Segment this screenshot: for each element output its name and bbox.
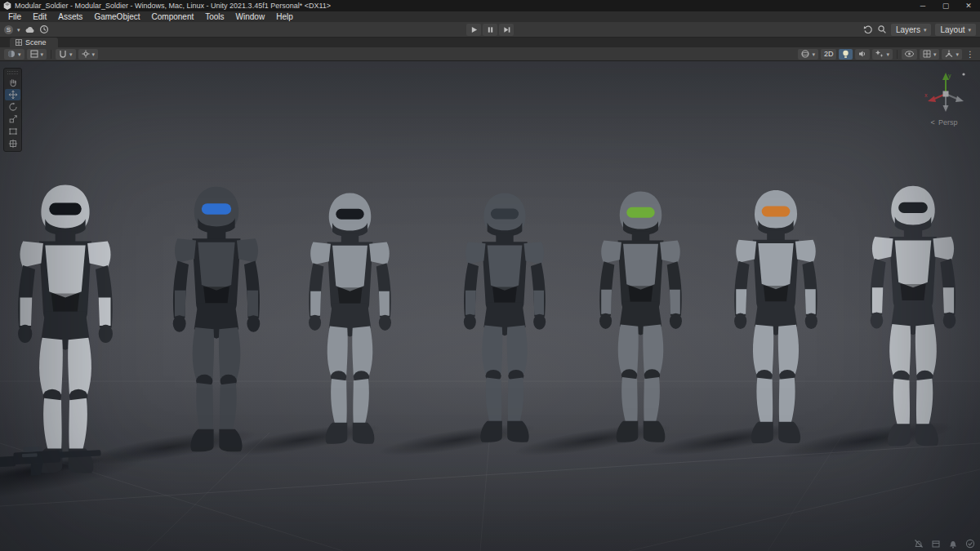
- rendering-debug-dropdown[interactable]: ▾: [798, 49, 818, 60]
- grid-snap-icon: [59, 50, 67, 58]
- pause-button[interactable]: [483, 24, 497, 36]
- menu-tools[interactable]: Tools: [199, 11, 229, 22]
- menu-component[interactable]: Component: [146, 11, 200, 22]
- tool-settings-dropdown[interactable]: ▾: [78, 49, 99, 60]
- rotate-tool-button[interactable]: [5, 101, 20, 113]
- main-toolbar: S ▾: [0, 22, 980, 38]
- mode-2d-label: 2D: [824, 50, 834, 58]
- rect-tool-button[interactable]: [5, 126, 20, 137]
- transform-tool-button[interactable]: [5, 138, 20, 149]
- caret-icon: ▾: [18, 51, 21, 57]
- scene-tab-label: Scene: [25, 38, 47, 47]
- persp-text: Persp: [938, 118, 958, 127]
- render-sphere-icon: [801, 50, 809, 58]
- lightbulb-icon: [842, 50, 849, 59]
- unity-logo-icon: [3, 2, 11, 10]
- rifle-prop[interactable]: [0, 436, 108, 481]
- scene-tab-bar: Scene: [0, 38, 980, 47]
- menu-file[interactable]: File: [2, 11, 27, 22]
- toolbar-left: S ▾: [4, 24, 49, 34]
- soldier-6[interactable]: [723, 184, 829, 451]
- layers-label: Layers: [896, 25, 920, 34]
- layers-caret-icon: ▾: [924, 27, 927, 33]
- step-button[interactable]: [499, 24, 514, 36]
- separator: [897, 50, 898, 59]
- layout-caret-icon: ▾: [968, 27, 971, 33]
- palette-grip[interactable]: [7, 71, 18, 74]
- shading-mode-dropdown[interactable]: ▾: [4, 49, 24, 60]
- orientation-gizmo[interactable]: x y: [923, 69, 969, 117]
- scale-tool-button[interactable]: [5, 113, 20, 125]
- menu-help[interactable]: Help: [270, 11, 299, 22]
- close-button[interactable]: ✕: [957, 0, 980, 11]
- package-icon[interactable]: [931, 539, 941, 549]
- menu-assets[interactable]: Assets: [52, 11, 88, 22]
- account-button[interactable]: S: [4, 25, 13, 34]
- move-tool-button[interactable]: [5, 89, 20, 100]
- menu-bar: File Edit Assets GameObject Component To…: [0, 11, 980, 22]
- soldier-4[interactable]: [452, 188, 557, 449]
- gizmos-dropdown[interactable]: ▾: [942, 49, 962, 60]
- effects-dropdown[interactable]: ▾: [872, 49, 893, 60]
- bell-icon[interactable]: [948, 539, 958, 549]
- hand-tool-button[interactable]: [5, 77, 20, 88]
- caret-icon: ▾: [92, 51, 96, 57]
- hand-icon: [8, 78, 18, 87]
- soldier-3[interactable]: [297, 188, 403, 451]
- caret-icon: ▾: [956, 51, 959, 57]
- play-icon: [470, 26, 478, 33]
- scale-icon: [8, 114, 18, 124]
- notifications-muted-icon[interactable]: [914, 539, 924, 549]
- scene-view-toolbar: ▾ ▾ ▾ ▾: [0, 47, 980, 61]
- account-caret-icon[interactable]: ▾: [17, 27, 20, 33]
- unity-editor-window: Modular_Soldier - Modular_Soldier - Wind…: [0, 0, 980, 551]
- rotate-icon: [8, 102, 18, 112]
- history-button[interactable]: [39, 24, 49, 34]
- layout-dropdown[interactable]: Layout ▾: [935, 24, 976, 36]
- caret-icon: ▾: [41, 51, 44, 57]
- maximize-button[interactable]: ▢: [934, 0, 957, 11]
- scene-audio-toggle[interactable]: [855, 49, 870, 60]
- scene-toolbar-overflow-menu[interactable]: ⋮: [964, 50, 976, 59]
- minimize-button[interactable]: ─: [911, 0, 934, 11]
- play-button[interactable]: [466, 24, 481, 36]
- gizmo-axis-y-label: y: [948, 73, 951, 79]
- soldier-5[interactable]: [588, 186, 693, 449]
- caret-icon: ▾: [69, 51, 73, 57]
- mode-2d-button[interactable]: 2D: [821, 49, 837, 60]
- eye-icon: [905, 51, 914, 57]
- tool-settings-icon: [82, 50, 90, 58]
- scene-viewport[interactable]: x y < Persp: [0, 61, 980, 551]
- layers-dropdown[interactable]: Layers ▾: [891, 24, 932, 36]
- soldier-1[interactable]: [5, 178, 126, 482]
- draw-mode-icon: [30, 50, 38, 58]
- window-title: Modular_Soldier - Modular_Soldier - Wind…: [15, 2, 331, 10]
- draw-mode-dropdown[interactable]: ▾: [27, 49, 47, 60]
- menu-gameobject[interactable]: GameObject: [88, 11, 145, 22]
- menu-window[interactable]: Window: [230, 11, 271, 22]
- search-icon[interactable]: [877, 24, 887, 34]
- gizmo-axis-x-label: x: [924, 92, 928, 98]
- effects-stars-icon: [875, 50, 884, 58]
- soldier-7[interactable]: [858, 180, 968, 453]
- persp-arrow-icon: <: [931, 118, 935, 127]
- cloud-services-button[interactable]: [24, 26, 35, 33]
- tab-scene[interactable]: Scene: [10, 38, 58, 47]
- undo-history-icon[interactable]: [863, 24, 873, 34]
- grid-visibility-dropdown[interactable]: ▾: [920, 49, 940, 60]
- rect-icon: [8, 127, 18, 136]
- avatar: S: [4, 25, 13, 34]
- menu-edit[interactable]: Edit: [27, 11, 52, 22]
- progress-check-icon[interactable]: [965, 539, 975, 549]
- caret-icon: ▾: [933, 51, 937, 57]
- scene-tab-icon: [16, 39, 22, 46]
- caret-icon: ▾: [886, 51, 889, 57]
- soldier-2[interactable]: [161, 181, 272, 459]
- window-controls: ─ ▢ ✕: [911, 0, 980, 11]
- move-icon: [8, 90, 18, 100]
- speaker-icon: [858, 50, 866, 58]
- snap-settings-dropdown[interactable]: ▾: [56, 49, 76, 60]
- projection-label[interactable]: < Persp: [921, 118, 967, 127]
- hidden-objects-toggle[interactable]: [902, 49, 917, 60]
- scene-lighting-toggle[interactable]: [839, 49, 853, 60]
